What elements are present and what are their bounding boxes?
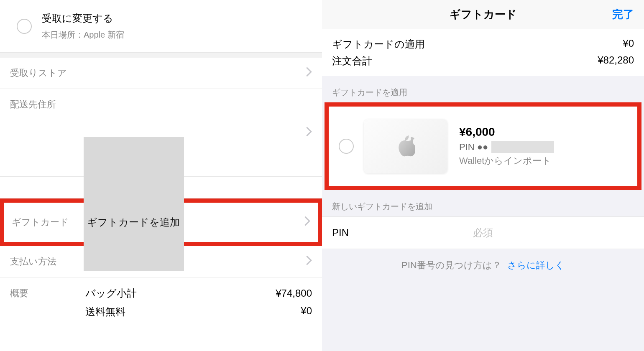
nav-bar: ギフトカード 完了 <box>322 0 644 29</box>
row-label: ギフトカード <box>12 216 87 229</box>
bag-subtotal-label: バッグ小計 <box>85 287 276 300</box>
bag-subtotal-value: ¥74,800 <box>276 287 312 299</box>
giftcard-row[interactable]: ギフトカード ギフトカードを追加 <box>10 208 312 237</box>
radio-icon[interactable] <box>17 19 32 34</box>
order-total-value: ¥82,280 <box>598 54 634 68</box>
row-label: 受取りストア <box>10 67 85 79</box>
payment-method-row[interactable]: 支払い方法 <box>0 246 322 277</box>
pin-field-placeholder: 必須 <box>382 226 584 239</box>
chevron-right-icon <box>306 67 312 79</box>
section-header-add: 新しいギフトカードを追加 <box>322 190 644 216</box>
order-total-label: 注文合計 <box>332 54 372 68</box>
pin-dots: ●● <box>477 142 488 153</box>
chevron-right-icon <box>304 216 310 228</box>
pin-label: PIN <box>459 142 475 153</box>
giftcard-panel: ギフトカード 完了 ギフトカードの適用 ¥0 注文合計 ¥82,280 ギフトカ… <box>322 0 644 351</box>
pin-help: PIN番号の見つけ方は？ さらに詳しく <box>322 249 644 282</box>
applied-value: ¥0 <box>623 38 634 51</box>
applied-label: ギフトカードの適用 <box>332 38 425 51</box>
help-text: PIN番号の見つけ方は？ <box>401 260 501 270</box>
giftcard-info: ¥6,000 PIN ●● Walletからインポート <box>459 125 627 167</box>
shipping-label: 送料無料 <box>85 305 301 318</box>
summary-row: 送料無料 ¥0 <box>0 302 322 322</box>
pickup-title: 受取に変更する <box>42 12 312 25</box>
pickup-store-row[interactable]: 受取りストア <box>0 58 322 89</box>
pickup-location: 本日場所：Apple 新宿 <box>42 29 312 41</box>
chevron-right-icon <box>306 127 312 139</box>
giftcard-pin: PIN ●● <box>459 141 627 153</box>
redacted-block <box>491 141 554 153</box>
section-header-apply: ギフトカードを適用 <box>322 76 644 102</box>
row-label: 配送先住所 <box>10 98 85 111</box>
help-link[interactable]: さらに詳しく <box>507 260 565 270</box>
section-divider <box>0 53 322 58</box>
giftcard-item[interactable]: ¥6,000 PIN ●● Walletからインポート <box>329 107 637 186</box>
giftcard-amount: ¥6,000 <box>459 125 627 139</box>
totals-section: ギフトカードの適用 ¥0 注文合計 ¥82,280 <box>322 29 644 76</box>
summary-row: 概要 バッグ小計 ¥74,800 <box>0 277 322 302</box>
row-label: 支払い方法 <box>10 255 85 268</box>
giftcard-add-label: ギフトカードを追加 <box>87 216 304 229</box>
radio-icon[interactable] <box>339 139 354 154</box>
shipping-value: ¥0 <box>301 305 312 318</box>
highlight-box: ¥6,000 PIN ●● Walletからインポート <box>325 102 641 190</box>
chevron-right-icon <box>306 256 312 267</box>
nav-title: ギフトカード <box>450 7 517 22</box>
checkout-panel: 受取に変更する 本日場所：Apple 新宿 受取りストア 配送先住所 日本 <box>0 0 322 351</box>
done-button[interactable]: 完了 <box>612 7 634 22</box>
apple-logo-icon <box>396 135 415 158</box>
summary-label: 概要 <box>10 287 85 300</box>
pickup-option[interactable]: 受取に変更する 本日場所：Apple 新宿 <box>0 0 322 53</box>
pin-input-row[interactable]: PIN 必須 <box>322 216 644 249</box>
giftcard-image <box>364 119 447 173</box>
pin-field-label: PIN <box>332 227 382 239</box>
wallet-import-label: Walletからインポート <box>459 155 627 167</box>
